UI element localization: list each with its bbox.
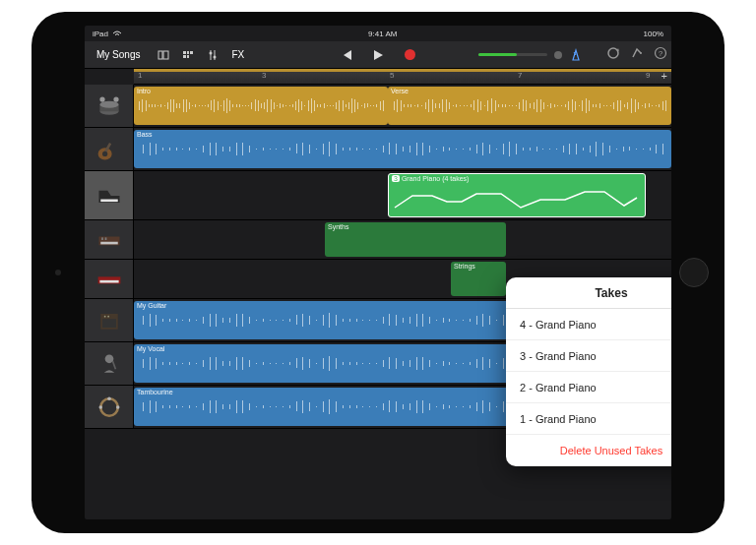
record-button[interactable] xyxy=(397,45,422,65)
keyboard-icon xyxy=(95,266,123,293)
track-header-piano[interactable] xyxy=(85,171,134,219)
popover-title: Takes xyxy=(595,286,627,300)
svg-point-18 xyxy=(99,96,104,101)
track-body[interactable]: Intro Verse xyxy=(134,85,671,127)
svg-point-37 xyxy=(98,405,102,409)
help-button[interactable]: ? xyxy=(654,46,667,63)
track-row[interactable]: Intro Verse xyxy=(85,85,671,128)
region-label: Tambourine xyxy=(137,389,173,395)
transport xyxy=(334,45,422,65)
track-body[interactable]: 3Grand Piano (4 takes) xyxy=(134,171,671,219)
svg-rect-2 xyxy=(183,51,186,54)
track-row[interactable]: Bass xyxy=(85,128,671,171)
svg-rect-5 xyxy=(183,55,186,58)
track-header-guitar[interactable] xyxy=(85,128,134,170)
tambourine-icon xyxy=(95,394,123,421)
take-label: 1 - Grand Piano xyxy=(520,413,597,425)
ruler[interactable]: 1 3 5 7 9 + xyxy=(134,69,671,85)
loop-button[interactable] xyxy=(606,46,620,63)
svg-point-33 xyxy=(107,315,109,317)
take-item[interactable]: 4 - Grand Piano xyxy=(506,309,671,340)
audio-region[interactable]: Bass xyxy=(134,130,671,168)
track-row[interactable]: Synths xyxy=(85,220,671,260)
svg-point-36 xyxy=(100,398,118,416)
svg-point-17 xyxy=(99,100,118,107)
mixer-button[interactable] xyxy=(202,45,223,65)
region-label: Intro xyxy=(137,88,151,94)
region-label: Synths xyxy=(328,223,348,230)
delete-unused-button[interactable]: Delete Unused Takes xyxy=(506,435,671,466)
home-button[interactable] xyxy=(679,258,709,287)
guitar-icon xyxy=(95,136,123,163)
fx-button[interactable]: FX xyxy=(225,45,250,65)
my-songs-button[interactable]: My Songs xyxy=(91,45,146,65)
region-label: My Guitar xyxy=(137,302,166,309)
midi-region[interactable]: Synths xyxy=(325,222,506,257)
svg-rect-0 xyxy=(158,51,162,59)
svg-rect-23 xyxy=(100,199,118,202)
status-time: 9:41 AM xyxy=(368,30,397,38)
svg-point-8 xyxy=(214,55,217,58)
volume-slider[interactable] xyxy=(478,53,547,56)
track-header-drums[interactable] xyxy=(85,85,134,127)
mic-icon xyxy=(95,350,123,378)
waveform xyxy=(136,142,669,157)
right-tools: ? xyxy=(606,46,667,63)
ruler-tick: 5 xyxy=(390,69,394,80)
take-item[interactable]: 2 - Grand Piano xyxy=(506,372,671,403)
amp-icon xyxy=(95,307,123,334)
track-body[interactable]: Bass xyxy=(134,128,671,170)
device-label: iPad xyxy=(93,30,108,38)
midi-notes xyxy=(393,188,639,215)
volume-area xyxy=(478,48,583,62)
svg-rect-6 xyxy=(187,55,189,58)
svg-rect-27 xyxy=(104,237,106,240)
ruler-tick: 7 xyxy=(518,69,522,80)
region-label: My Vocal xyxy=(137,345,164,352)
svg-rect-3 xyxy=(187,51,189,54)
camera-icon xyxy=(55,270,61,275)
ruler-tick: 3 xyxy=(262,69,266,80)
browser-view-button[interactable] xyxy=(152,45,175,65)
track-row[interactable]: 3Grand Piano (4 takes) xyxy=(85,171,671,220)
app-screen: iPad 9:41 AM 100% My Songs FX xyxy=(85,26,671,519)
wifi-icon xyxy=(112,30,122,37)
take-item[interactable]: 3 - Grand Piano✓ xyxy=(506,340,671,372)
svg-point-12 xyxy=(640,52,642,54)
metronome-icon[interactable] xyxy=(569,48,583,62)
svg-rect-26 xyxy=(101,237,103,240)
add-track-button[interactable]: + xyxy=(662,70,667,82)
settings-button[interactable] xyxy=(630,46,644,63)
audio-region[interactable]: Verse xyxy=(388,87,671,125)
track-body[interactable]: Synths xyxy=(134,220,671,259)
region-label: 3Grand Piano (4 takes) xyxy=(392,175,469,182)
svg-rect-25 xyxy=(100,241,118,244)
track-header-amp[interactable] xyxy=(85,299,134,341)
svg-point-9 xyxy=(554,51,562,59)
tracks-view-button[interactable] xyxy=(176,45,200,65)
svg-point-22 xyxy=(102,151,107,155)
track-header-keys[interactable] xyxy=(85,260,134,298)
play-button[interactable] xyxy=(365,45,391,65)
svg-rect-1 xyxy=(163,51,168,59)
svg-point-19 xyxy=(113,96,118,101)
rewind-button[interactable] xyxy=(334,45,359,65)
master-knob-icon[interactable] xyxy=(553,50,563,60)
take-item[interactable]: 1 - Grand Piano xyxy=(506,403,671,435)
svg-point-32 xyxy=(103,315,105,317)
record-icon xyxy=(405,49,415,60)
svg-point-39 xyxy=(107,396,111,400)
midi-region[interactable]: Strings xyxy=(451,262,506,296)
track-header-tambourine[interactable] xyxy=(85,386,134,428)
audio-region[interactable]: Intro xyxy=(134,87,388,125)
ruler-tick: 9 xyxy=(646,69,650,80)
svg-rect-29 xyxy=(99,279,118,282)
track-header-vocal[interactable] xyxy=(85,342,134,385)
svg-rect-4 xyxy=(190,51,193,54)
track-header-synth[interactable] xyxy=(85,220,134,259)
popover-header: Takes Edit xyxy=(506,277,671,309)
svg-rect-35 xyxy=(111,360,116,369)
svg-rect-31 xyxy=(102,319,116,328)
audio-region-selected[interactable]: 3Grand Piano (4 takes) xyxy=(388,173,646,217)
svg-point-11 xyxy=(608,48,618,58)
